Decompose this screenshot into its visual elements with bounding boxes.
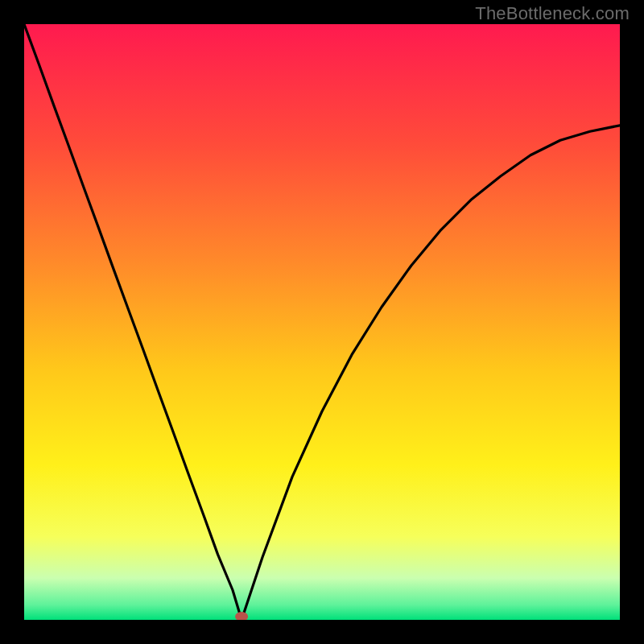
- optimal-marker: [235, 612, 248, 620]
- plot-area: [24, 24, 620, 620]
- watermark-text: TheBottleneck.com: [475, 3, 630, 24]
- chart-stage: TheBottleneck.com: [0, 0, 644, 644]
- curve-layer: [24, 24, 620, 620]
- bottleneck-curve: [24, 24, 620, 620]
